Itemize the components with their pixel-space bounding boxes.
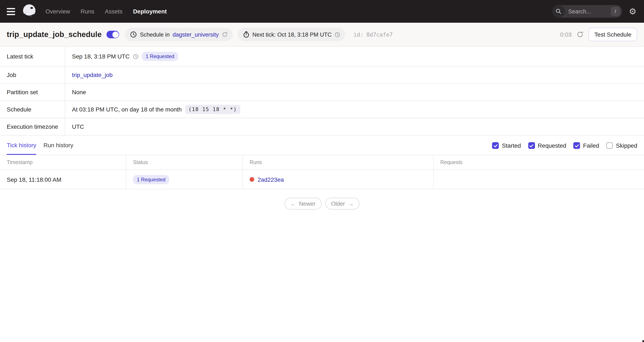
schedule-toggle[interactable] [107, 31, 119, 38]
filter-label: Failed [583, 142, 599, 149]
tab-run-history[interactable]: Run history [44, 142, 74, 155]
search-icon [552, 5, 565, 18]
dagster-logo-icon[interactable] [22, 3, 38, 19]
schedule-id: id: 8d7cafe7 [354, 31, 393, 38]
top-nav-right: Search... / ⚙ [552, 5, 637, 18]
detail-row-execution-timezone: Execution timezone UTC [0, 118, 644, 135]
detail-label: Job [0, 66, 65, 83]
id-value: 8d7cafe7 [366, 31, 393, 38]
timezone-clock-icon[interactable] [133, 54, 138, 59]
tab-tick-history[interactable]: Tick history [7, 142, 36, 155]
test-schedule-button[interactable]: Test Schedule [588, 28, 637, 41]
checkbox-requested[interactable] [528, 142, 535, 149]
hamburger-menu-icon[interactable] [7, 8, 15, 15]
top-nav: Overview Runs Assets Deployment Search..… [0, 0, 644, 23]
older-label: Older [331, 200, 345, 207]
reload-location-icon[interactable] [222, 31, 228, 37]
job-link[interactable]: trip_update_job [72, 71, 112, 78]
tick-history-table: Timestamp Status Runs Requests Sep 18, 1… [0, 155, 644, 189]
nav-links: Overview Runs Assets Deployment [46, 8, 167, 15]
nav-item-deployment[interactable]: Deployment [133, 8, 167, 15]
gear-icon[interactable]: ⚙ [629, 7, 637, 15]
column-header-status: Status [126, 155, 242, 170]
detail-row-schedule: Schedule At 03:18 PM UTC, on day 18 of t… [0, 101, 644, 118]
older-button[interactable]: Older → [325, 198, 360, 210]
checkbox-failed[interactable] [574, 142, 580, 149]
refresh-icon[interactable] [577, 31, 584, 38]
checkbox-skipped[interactable] [606, 142, 613, 149]
refresh-countdown: 0:03 [560, 31, 572, 38]
table-row: Sep 18, 11:18:00 AM 1 Requested 2ad223ea [0, 170, 644, 189]
filter-failed[interactable]: Failed [574, 142, 599, 149]
filter-requested[interactable]: Requested [528, 142, 566, 149]
filter-label: Requested [538, 142, 566, 149]
schedule-location-pill: Schedule in dagster_university [125, 28, 232, 41]
header-actions: 0:03 Test Schedule [560, 28, 637, 41]
nav-item-runs[interactable]: Runs [80, 8, 94, 15]
column-header-timestamp: Timestamp [0, 155, 126, 170]
detail-label: Schedule [0, 101, 65, 118]
detail-row-partition-set: Partition set None [0, 84, 644, 101]
dagster-schedule-page: Overview Runs Assets Deployment Search..… [0, 0, 644, 342]
detail-label: Partition set [0, 84, 65, 100]
pagination: ← Newer Older → [0, 198, 644, 210]
nav-item-overview[interactable]: Overview [46, 8, 70, 15]
id-label: id: [354, 31, 364, 38]
search-shortcut-badge: / [611, 7, 620, 16]
arrow-right-icon: → [348, 200, 354, 207]
partition-set-value: None [72, 89, 86, 95]
detail-row-job: Job trip_update_job [0, 66, 644, 84]
page-header: trip_update_job_schedule Schedule in dag… [0, 23, 644, 47]
schedule-in-label: Schedule in [140, 31, 170, 38]
column-header-runs: Runs [242, 155, 433, 170]
search-input[interactable]: Search... / [552, 5, 622, 18]
detail-label: Execution timezone [0, 118, 65, 135]
schedule-description: At 03:18 PM UTC, on day 18 of the month [72, 106, 182, 113]
tick-status-badge[interactable]: 1 Requested [133, 175, 169, 184]
corner-fragment [642, 340, 644, 342]
filter-label: Skipped [616, 142, 637, 149]
detail-row-latest-tick: Latest tick Sep 18, 3:18 PM UTC 1 Reques… [0, 47, 644, 66]
execution-timezone-value: UTC [72, 123, 84, 130]
history-tabs-row: Tick history Run history Started Request… [0, 135, 644, 155]
checkbox-started[interactable] [492, 142, 499, 149]
next-tick-text: Next tick: Oct 18, 3:18 PM UTC [252, 31, 332, 38]
newer-button[interactable]: ← Newer [284, 198, 321, 210]
schedule-details: Latest tick Sep 18, 3:18 PM UTC 1 Reques… [0, 47, 644, 135]
tick-timestamp: Sep 18, 11:18:00 AM [7, 176, 61, 183]
nav-item-assets[interactable]: Assets [105, 8, 122, 15]
filter-skipped[interactable]: Skipped [606, 142, 637, 149]
code-location-link[interactable]: dagster_university [172, 31, 219, 38]
cron-string-chip: (18 15 18 * *) [185, 105, 240, 114]
column-header-requests: Requests [433, 155, 644, 170]
table-header-row: Timestamp Status Runs Requests [0, 155, 644, 170]
filter-started[interactable]: Started [492, 142, 521, 149]
filter-label: Started [502, 142, 521, 149]
latest-tick-value: Sep 18, 3:18 PM UTC [72, 53, 130, 60]
timer-icon [243, 31, 250, 38]
history-tabs: Tick history Run history [7, 142, 73, 155]
arrow-left-icon: ← [290, 200, 296, 207]
run-id-link[interactable]: 2ad223ea [258, 176, 284, 183]
search-placeholder: Search... [568, 8, 611, 14]
detail-label: Latest tick [0, 47, 65, 66]
status-filters: Started Requested Failed Skipped [492, 142, 637, 149]
newer-label: Newer [299, 200, 316, 207]
next-tick-pill: Next tick: Oct 18, 3:18 PM UTC [238, 28, 345, 41]
status-badge[interactable]: 1 Requested [142, 52, 178, 61]
clock-icon [130, 31, 137, 38]
timezone-clock-icon[interactable] [335, 32, 340, 37]
page-title: trip_update_job_schedule [7, 30, 102, 39]
run-failure-dot-icon [250, 177, 254, 182]
